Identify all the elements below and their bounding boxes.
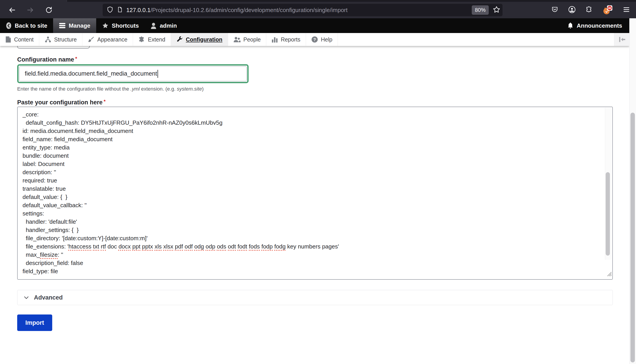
- page-scrollbar-track[interactable]: [629, 18, 636, 364]
- menu-item-structure[interactable]: Structure: [39, 33, 82, 46]
- reports-chart-icon: [272, 36, 278, 43]
- menu-label: Extend: [148, 36, 165, 43]
- url-path: /Projects/drupal-10.2.6/admin/config/dev…: [150, 7, 347, 14]
- drupal-admin-toolbar: Back to site Manage Shortcuts admin Anno…: [0, 18, 629, 33]
- collapse-left-icon: [618, 36, 626, 42]
- page-info-icon[interactable]: [117, 6, 123, 14]
- config-textarea[interactable]: _core: default_config_hash: DY5HtJTxUjFR…: [17, 106, 613, 280]
- appearance-brush-icon: [88, 36, 94, 43]
- active-tab-remnant: [0, 0, 67, 2]
- config-name-input[interactable]: field.field.media.document.field_media_d…: [19, 66, 247, 81]
- url-domain: 127.0.0.1: [126, 7, 150, 14]
- config-name-label: Configuration name*: [17, 56, 77, 63]
- toolbar-orientation-toggle[interactable]: [614, 33, 629, 46]
- menu-item-extend[interactable]: Extend: [133, 33, 171, 46]
- menu-label: Configuration: [186, 36, 223, 43]
- account-icon[interactable]: [568, 6, 576, 14]
- svg-text:?: ?: [313, 37, 316, 42]
- back-to-site-label: Back to site: [15, 22, 47, 29]
- menu-item-configuration[interactable]: Configuration: [171, 33, 228, 46]
- admin-user-tab[interactable]: admin: [145, 18, 183, 33]
- admin-user-label: admin: [160, 22, 177, 29]
- structure-icon: [45, 36, 51, 43]
- forward-button[interactable]: [26, 6, 34, 14]
- configuration-wrench-icon: [176, 36, 183, 43]
- bookmark-star-icon[interactable]: [493, 6, 500, 14]
- browser-tab-strip: [0, 0, 636, 2]
- menu-hamburger-icon[interactable]: [622, 6, 630, 14]
- help-text: Enter the name of the configuration file…: [17, 86, 131, 92]
- menu-label: Help: [321, 36, 332, 43]
- extend-puzzle-icon: [138, 36, 145, 43]
- menu-item-reports[interactable]: Reports: [266, 33, 306, 46]
- import-button[interactable]: Import: [17, 314, 52, 331]
- url-text: 127.0.0.1/Projects/drupal-10.2.6/admin/c…: [126, 7, 472, 14]
- manage-tab[interactable]: Manage: [53, 18, 96, 33]
- menu-item-content[interactable]: Content: [0, 33, 39, 46]
- paste-config-label-text: Paste your configuration here: [17, 99, 103, 106]
- required-asterisk: *: [104, 98, 106, 104]
- announcements-label: Announcements: [577, 22, 622, 29]
- back-to-site-button[interactable]: Back to site: [0, 18, 53, 33]
- textarea-resize-grip[interactable]: [605, 270, 612, 279]
- shortcuts-star-icon: [102, 22, 109, 29]
- page-scrollbar-thumb[interactable]: [630, 113, 635, 362]
- help-text: extension. (e.g.: [140, 86, 177, 92]
- textarea-scrollbar-thumb[interactable]: [606, 172, 610, 256]
- paste-config-label: Paste your configuration here*: [17, 99, 106, 106]
- required-asterisk: *: [75, 56, 77, 61]
- extensions-puzzle-icon[interactable]: [585, 6, 593, 14]
- help-icon: ?: [311, 36, 318, 43]
- pocket-icon[interactable]: [551, 6, 558, 14]
- help-yml-extension: .yml: [131, 86, 140, 92]
- menu-item-help[interactable]: ? Help: [306, 33, 338, 46]
- shortcuts-tab[interactable]: Shortcuts: [96, 18, 145, 33]
- url-bar[interactable]: 127.0.0.1/Projects/drupal-10.2.6/admin/c…: [103, 4, 502, 16]
- text-caret: [158, 70, 158, 78]
- config-name-value: field.field.media.document.field_media_d…: [25, 70, 157, 77]
- menu-label: People: [243, 36, 261, 43]
- menu-label: Structure: [54, 36, 77, 43]
- chevron-down-icon: [23, 294, 30, 301]
- config-name-input-focus-ring: field.field.media.document.field_media_d…: [17, 64, 249, 83]
- content-icon: [5, 36, 11, 43]
- help-example: system.site: [177, 86, 202, 92]
- help-text: ): [202, 86, 204, 92]
- menu-label: Content: [14, 36, 34, 43]
- menu-label: Appearance: [97, 36, 127, 43]
- announcements-button[interactable]: Announcements: [561, 18, 629, 33]
- yaml-content: _core: default_config_hash: DY5HtJTxUjFR…: [23, 110, 599, 276]
- user-icon: [150, 22, 157, 29]
- menu-label: Reports: [281, 36, 300, 43]
- advanced-label: Advanced: [34, 294, 63, 301]
- people-icon: [233, 36, 241, 43]
- shortcuts-label: Shortcuts: [112, 22, 139, 29]
- manage-label: Manage: [69, 22, 90, 29]
- advanced-details-toggle[interactable]: Advanced: [17, 290, 613, 305]
- drupal-admin-menu: Content Structure Appearance Extend Conf…: [0, 33, 629, 46]
- config-name-label-text: Configuration name: [17, 56, 74, 63]
- textarea-scrollbar-track[interactable]: [605, 108, 612, 260]
- browser-toolbar: 127.0.0.1/Projects/drupal-10.2.6/admin/c…: [0, 2, 636, 18]
- menu-item-appearance[interactable]: Appearance: [82, 33, 133, 46]
- adblock-extension-icon[interactable]: [602, 5, 613, 15]
- reload-button[interactable]: [45, 6, 53, 14]
- announcements-bell-icon: [567, 22, 573, 29]
- back-button[interactable]: [8, 6, 16, 14]
- tracking-protection-shield-icon[interactable]: [107, 6, 113, 14]
- back-chevron-icon: [6, 22, 12, 29]
- manage-hamburger-icon: [59, 23, 66, 28]
- config-name-help-text: Enter the name of the configuration file…: [17, 86, 204, 92]
- zoom-level-badge[interactable]: 80%: [472, 5, 489, 15]
- menu-item-people[interactable]: People: [228, 33, 266, 46]
